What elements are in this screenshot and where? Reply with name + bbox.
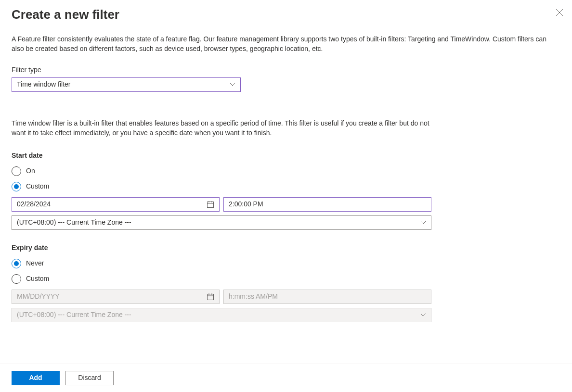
chevron-down-icon (420, 220, 426, 226)
expiry-date-title: Expiry date (12, 243, 560, 253)
close-icon (556, 9, 563, 16)
radio-icon (12, 182, 21, 191)
panel-description: A Feature filter consistently evaluates … (12, 35, 560, 53)
calendar-icon (207, 201, 214, 208)
calendar-icon (207, 293, 214, 301)
radio-label: Custom (26, 274, 49, 284)
filter-type-label: Filter type (12, 65, 560, 75)
expiry-timezone-select: (UTC+08:00) --- Current Time Zone --- (12, 308, 431, 322)
radio-icon (12, 166, 21, 176)
expiry-date-input: MM/DD/YYYY (12, 290, 220, 304)
filter-type-field: Filter type Time window filter (12, 65, 560, 106)
chevron-down-icon (420, 312, 426, 318)
filter-type-value: Time window filter (17, 80, 71, 89)
page-title: Create a new filter (12, 6, 560, 23)
start-time-value: 2:00:00 PM (229, 200, 263, 209)
expiry-date-section: Expiry date Never Custom MM/DD/YYYY h:mm… (12, 243, 560, 322)
start-timezone-value: (UTC+08:00) --- Current Time Zone --- (17, 218, 131, 228)
radio-label: Never (26, 259, 44, 268)
svg-rect-4 (208, 294, 214, 300)
expiry-date-radio-never[interactable]: Never (12, 259, 560, 268)
filter-type-help: Time window filter is a built-in filter … (12, 119, 435, 138)
radio-label: On (26, 166, 35, 176)
expiry-date-radio-custom[interactable]: Custom (12, 274, 560, 284)
start-time-input[interactable]: 2:00:00 PM (223, 197, 431, 212)
radio-icon (12, 274, 21, 284)
radio-icon (12, 259, 21, 268)
close-button[interactable] (556, 9, 563, 16)
radio-label: Custom (26, 182, 49, 191)
start-date-section: Start date On Custom 02/28/2024 2:00:00 … (12, 151, 560, 230)
svg-rect-0 (208, 202, 214, 207)
start-timezone-select[interactable]: (UTC+08:00) --- Current Time Zone --- (12, 215, 431, 230)
start-date-title: Start date (12, 151, 560, 161)
start-date-input[interactable]: 02/28/2024 (12, 197, 220, 212)
start-date-radio-on[interactable]: On (12, 166, 560, 176)
create-filter-panel: Create a new filter A Feature filter con… (0, 0, 572, 392)
chevron-down-icon (230, 82, 235, 88)
expiry-time-input: h:mm:ss AM/PM (223, 290, 431, 304)
footer-actions: Add Discard (0, 364, 572, 392)
expiry-date-placeholder: MM/DD/YYYY (17, 292, 60, 302)
discard-button[interactable]: Discard (65, 371, 114, 385)
filter-type-select[interactable]: Time window filter (12, 77, 241, 92)
start-date-value: 02/28/2024 (17, 200, 51, 209)
add-button[interactable]: Add (12, 371, 60, 385)
start-date-radio-custom[interactable]: Custom (12, 182, 560, 191)
expiry-timezone-value: (UTC+08:00) --- Current Time Zone --- (17, 310, 131, 320)
expiry-time-placeholder: h:mm:ss AM/PM (229, 292, 278, 302)
